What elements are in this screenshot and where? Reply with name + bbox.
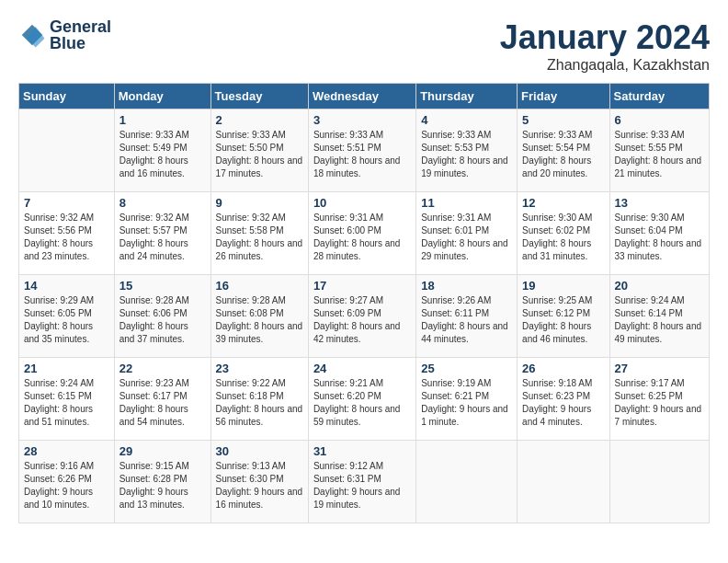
- day-header-monday: Monday: [114, 84, 210, 109]
- calendar-cell: 19Sunrise: 9:25 AMSunset: 6:12 PMDayligh…: [518, 275, 609, 358]
- day-number: 7: [24, 196, 109, 210]
- calendar-cell: 18Sunrise: 9:26 AMSunset: 6:11 PMDayligh…: [416, 275, 518, 358]
- day-number: 8: [119, 196, 206, 210]
- day-number: 12: [522, 196, 604, 210]
- calendar-cell: [416, 441, 518, 523]
- day-number: 17: [313, 279, 411, 293]
- day-header-friday: Friday: [518, 84, 609, 109]
- day-number: 14: [24, 279, 109, 293]
- calendar-cell: [518, 441, 609, 523]
- day-number: 4: [421, 113, 512, 127]
- calendar-cell: 8Sunrise: 9:32 AMSunset: 5:57 PMDaylight…: [114, 192, 210, 275]
- week-row-5: 28Sunrise: 9:16 AMSunset: 6:26 PMDayligh…: [19, 441, 710, 523]
- calendar-cell: 3Sunrise: 9:33 AMSunset: 5:51 PMDaylight…: [308, 109, 415, 192]
- day-number: 10: [313, 196, 411, 210]
- page-header: General Blue January 2024 Zhangaqala, Ka…: [18, 18, 710, 74]
- day-info: Sunrise: 9:33 AMSunset: 5:51 PMDaylight:…: [313, 129, 411, 180]
- month-title: January 2024: [500, 18, 710, 57]
- day-number: 5: [522, 113, 604, 127]
- day-info: Sunrise: 9:32 AMSunset: 5:57 PMDaylight:…: [119, 212, 206, 263]
- calendar-cell: 15Sunrise: 9:28 AMSunset: 6:06 PMDayligh…: [114, 275, 210, 358]
- day-info: Sunrise: 9:15 AMSunset: 6:28 PMDaylight:…: [119, 460, 206, 511]
- day-number: 3: [313, 113, 411, 127]
- calendar-cell: 31Sunrise: 9:12 AMSunset: 6:31 PMDayligh…: [308, 441, 415, 523]
- day-header-thursday: Thursday: [416, 84, 518, 109]
- day-header-sunday: Sunday: [19, 84, 115, 109]
- calendar-cell: 14Sunrise: 9:29 AMSunset: 6:05 PMDayligh…: [19, 275, 115, 358]
- calendar-cell: 5Sunrise: 9:33 AMSunset: 5:54 PMDaylight…: [518, 109, 609, 192]
- week-row-2: 7Sunrise: 9:32 AMSunset: 5:56 PMDaylight…: [19, 192, 710, 275]
- day-info: Sunrise: 9:31 AMSunset: 6:01 PMDaylight:…: [421, 212, 512, 263]
- day-info: Sunrise: 9:16 AMSunset: 6:26 PMDaylight:…: [24, 460, 109, 511]
- day-info: Sunrise: 9:33 AMSunset: 5:49 PMDaylight:…: [119, 129, 206, 180]
- logo-line1: General: [50, 18, 111, 35]
- calendar-cell: 7Sunrise: 9:32 AMSunset: 5:56 PMDaylight…: [19, 192, 115, 275]
- day-number: 29: [119, 444, 206, 458]
- week-row-1: 1Sunrise: 9:33 AMSunset: 5:49 PMDaylight…: [19, 109, 710, 192]
- location: Zhangaqala, Kazakhstan: [500, 57, 710, 74]
- day-number: 2: [216, 113, 303, 127]
- day-number: 25: [421, 362, 512, 375]
- day-info: Sunrise: 9:19 AMSunset: 6:21 PMDaylight:…: [421, 377, 512, 429]
- calendar-cell: 20Sunrise: 9:24 AMSunset: 6:14 PMDayligh…: [609, 275, 709, 358]
- day-info: Sunrise: 9:18 AMSunset: 6:23 PMDaylight:…: [522, 377, 604, 429]
- day-number: 27: [615, 362, 704, 375]
- day-info: Sunrise: 9:28 AMSunset: 6:08 PMDaylight:…: [216, 294, 303, 346]
- calendar-cell: 21Sunrise: 9:24 AMSunset: 6:15 PMDayligh…: [19, 358, 115, 441]
- day-number: 24: [313, 362, 411, 375]
- day-number: 13: [615, 196, 704, 210]
- day-info: Sunrise: 9:23 AMSunset: 6:17 PMDaylight:…: [119, 377, 206, 429]
- calendar-cell: 27Sunrise: 9:17 AMSunset: 6:25 PMDayligh…: [609, 358, 709, 441]
- calendar-cell: 17Sunrise: 9:27 AMSunset: 6:09 PMDayligh…: [308, 275, 415, 358]
- day-info: Sunrise: 9:26 AMSunset: 6:11 PMDaylight:…: [421, 294, 512, 346]
- day-info: Sunrise: 9:21 AMSunset: 6:20 PMDaylight:…: [313, 377, 411, 429]
- day-number: 31: [313, 444, 411, 458]
- calendar-cell: 4Sunrise: 9:33 AMSunset: 5:53 PMDaylight…: [416, 109, 518, 192]
- day-number: 6: [615, 113, 704, 127]
- day-number: 16: [216, 279, 303, 293]
- calendar-cell: 16Sunrise: 9:28 AMSunset: 6:08 PMDayligh…: [210, 275, 308, 358]
- day-number: 1: [119, 113, 206, 127]
- week-row-3: 14Sunrise: 9:29 AMSunset: 6:05 PMDayligh…: [19, 275, 710, 358]
- day-info: Sunrise: 9:12 AMSunset: 6:31 PMDaylight:…: [313, 460, 411, 511]
- day-number: 18: [421, 279, 512, 293]
- day-info: Sunrise: 9:33 AMSunset: 5:53 PMDaylight:…: [421, 129, 512, 180]
- day-info: Sunrise: 9:33 AMSunset: 5:50 PMDaylight:…: [216, 129, 303, 180]
- day-number: 11: [421, 196, 512, 210]
- calendar-cell: 28Sunrise: 9:16 AMSunset: 6:26 PMDayligh…: [19, 441, 115, 523]
- calendar-cell: 1Sunrise: 9:33 AMSunset: 5:49 PMDaylight…: [114, 109, 210, 192]
- day-info: Sunrise: 9:30 AMSunset: 6:04 PMDaylight:…: [615, 212, 704, 263]
- logo-text: General Blue: [50, 18, 111, 52]
- calendar-cell: 24Sunrise: 9:21 AMSunset: 6:20 PMDayligh…: [308, 358, 415, 441]
- day-info: Sunrise: 9:33 AMSunset: 5:55 PMDaylight:…: [615, 129, 704, 180]
- day-info: Sunrise: 9:30 AMSunset: 6:02 PMDaylight:…: [522, 212, 604, 263]
- day-info: Sunrise: 9:31 AMSunset: 6:00 PMDaylight:…: [313, 212, 411, 263]
- day-header-saturday: Saturday: [609, 84, 709, 109]
- day-info: Sunrise: 9:33 AMSunset: 5:54 PMDaylight:…: [522, 129, 604, 180]
- calendar-cell: 29Sunrise: 9:15 AMSunset: 6:28 PMDayligh…: [114, 441, 210, 523]
- day-number: 20: [615, 279, 704, 293]
- day-info: Sunrise: 9:25 AMSunset: 6:12 PMDaylight:…: [522, 294, 604, 346]
- calendar-cell: 26Sunrise: 9:18 AMSunset: 6:23 PMDayligh…: [518, 358, 609, 441]
- calendar-cell: [19, 109, 115, 192]
- day-info: Sunrise: 9:22 AMSunset: 6:18 PMDaylight:…: [216, 377, 303, 429]
- calendar-cell: 11Sunrise: 9:31 AMSunset: 6:01 PMDayligh…: [416, 192, 518, 275]
- logo-line2: Blue: [50, 35, 111, 52]
- day-info: Sunrise: 9:29 AMSunset: 6:05 PMDaylight:…: [24, 294, 109, 346]
- calendar-cell: 2Sunrise: 9:33 AMSunset: 5:50 PMDaylight…: [210, 109, 308, 192]
- calendar-cell: 25Sunrise: 9:19 AMSunset: 6:21 PMDayligh…: [416, 358, 518, 441]
- calendar-cell: 23Sunrise: 9:22 AMSunset: 6:18 PMDayligh…: [210, 358, 308, 441]
- day-header-tuesday: Tuesday: [210, 84, 308, 109]
- day-info: Sunrise: 9:27 AMSunset: 6:09 PMDaylight:…: [313, 294, 411, 346]
- logo: General Blue: [18, 18, 111, 52]
- calendar-table: SundayMondayTuesdayWednesdayThursdayFrid…: [18, 83, 710, 523]
- logo-icon: [18, 21, 46, 49]
- day-number: 15: [119, 279, 206, 293]
- week-row-4: 21Sunrise: 9:24 AMSunset: 6:15 PMDayligh…: [19, 358, 710, 441]
- day-number: 9: [216, 196, 303, 210]
- day-number: 26: [522, 362, 604, 375]
- day-number: 28: [24, 444, 109, 458]
- day-info: Sunrise: 9:28 AMSunset: 6:06 PMDaylight:…: [119, 294, 206, 346]
- calendar-cell: 30Sunrise: 9:13 AMSunset: 6:30 PMDayligh…: [210, 441, 308, 523]
- day-info: Sunrise: 9:24 AMSunset: 6:15 PMDaylight:…: [24, 377, 109, 429]
